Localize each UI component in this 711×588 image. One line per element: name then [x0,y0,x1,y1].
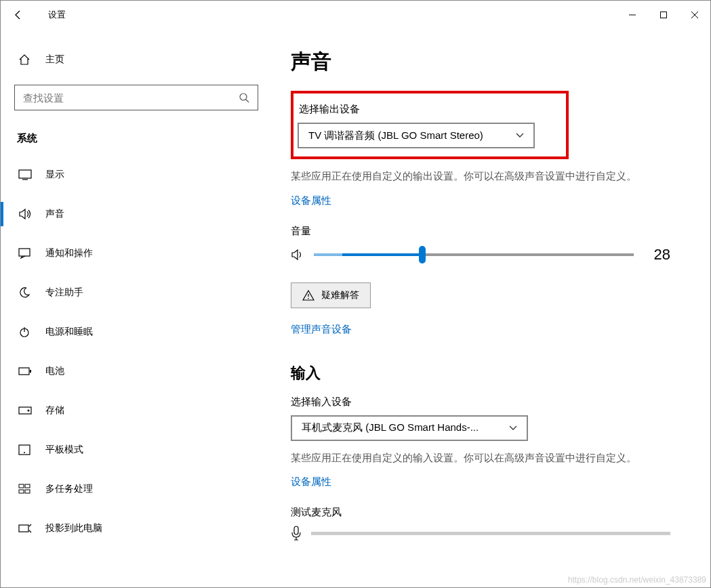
warning-icon [302,290,314,301]
volume-label: 音量 [291,225,691,238]
sidebar-item-label: 声音 [45,208,64,220]
sidebar-item-label: 电池 [45,365,64,377]
sidebar-item-label: 电源和睡眠 [45,326,93,338]
power-icon [18,326,33,338]
mic-test-row [291,526,670,541]
mic-icon [291,526,302,541]
window-title: 设置 [48,9,66,21]
sidebar-item-label: 存储 [45,404,64,417]
sidebar-item-label: 通知和操作 [45,247,93,259]
sound-icon [18,209,33,219]
minimize-button[interactable] [617,1,648,29]
sidebar-item-storage[interactable]: 存储 [14,393,258,428]
volume-row: 28 [291,246,670,264]
output-desc: 某些应用正在使用自定义的输出设置。你可以在高级声音设置中进行自定义。 [291,167,670,185]
sidebar-item-label: 专注助手 [45,287,83,299]
search-icon [239,92,249,103]
sidebar: 主页 系统 显示 声音 通知和操作 专注助手 电源和睡眠 [1,29,272,587]
manage-devices-link[interactable]: 管理声音设备 [291,323,352,336]
output-highlight-box: 选择输出设备 TV 调谐器音频 (JBL GO Smart Stereo) [291,91,569,159]
sidebar-item-multitask[interactable]: 多任务处理 [14,471,258,507]
sidebar-item-display[interactable]: 显示 [14,157,258,192]
display-icon [18,169,33,180]
svg-rect-10 [30,370,31,373]
svg-rect-6 [19,249,30,256]
output-section-label: 选择输出设备 [295,103,559,116]
search-input[interactable] [23,92,239,104]
sidebar-item-project[interactable]: 投影到此电脑 [14,511,258,546]
svg-rect-17 [19,490,24,493]
output-device-props-link[interactable]: 设备属性 [291,194,331,207]
sidebar-item-power[interactable]: 电源和睡眠 [14,314,258,350]
notify-icon [18,248,33,259]
svg-rect-18 [25,490,30,493]
home-icon [18,54,33,66]
svg-rect-16 [25,484,30,488]
search-box[interactable] [14,85,258,110]
close-button[interactable] [679,1,710,29]
svg-rect-1 [661,12,667,18]
chevron-down-icon [516,133,524,138]
svg-point-12 [28,410,30,412]
sidebar-item-tablet[interactable]: 平板模式 [14,432,258,467]
svg-rect-15 [19,484,24,488]
home-link[interactable]: 主页 [14,45,258,74]
svg-point-14 [24,452,25,453]
input-section-label: 选择输入设备 [291,396,691,408]
window-controls [617,1,710,29]
output-device-dropdown[interactable]: TV 调谐器音频 (JBL GO Smart Stereo) [298,123,535,148]
volume-value: 28 [643,246,670,264]
svg-line-3 [246,100,249,102]
sidebar-item-focus[interactable]: 专注助手 [14,275,258,310]
troubleshoot-label: 疑难解答 [321,289,359,301]
mic-level-bar [311,532,670,535]
input-desc: 某些应用正在使用自定义的输入设置。你可以在高级声音设置中进行自定义。 [291,449,670,467]
sidebar-item-notifications[interactable]: 通知和操作 [14,236,258,271]
svg-rect-9 [19,368,29,375]
svg-rect-4 [19,170,31,178]
watermark: https://blog.csdn.net/weixin_43873389 [568,575,706,585]
sidebar-item-label: 平板模式 [45,444,83,456]
svg-point-21 [308,297,309,299]
svg-rect-19 [19,525,28,532]
sidebar-item-sound[interactable]: 声音 [14,196,258,232]
troubleshoot-button[interactable]: 疑难解答 [291,282,371,308]
volume-icon[interactable] [291,249,304,261]
input-heading: 输入 [291,363,691,383]
input-device-props-link[interactable]: 设备属性 [291,476,331,488]
multitask-icon [18,484,33,495]
sidebar-item-label: 多任务处理 [45,483,93,495]
tablet-icon [18,444,33,455]
back-arrow-icon[interactable] [13,9,33,20]
sidebar-group-header: 系统 [14,132,258,145]
svg-rect-22 [294,526,298,534]
sidebar-item-label: 显示 [45,169,64,181]
output-device-value: TV 调谐器音频 (JBL GO Smart Stereo) [308,129,516,142]
page-title: 声音 [291,48,691,76]
focus-icon [18,287,33,299]
sidebar-item-battery[interactable]: 电池 [14,354,258,389]
input-device-dropdown[interactable]: 耳机式麦克风 (JBL GO Smart Hands-... [291,415,528,441]
home-label: 主页 [45,54,64,66]
chevron-down-icon [509,425,517,431]
input-device-value: 耳机式麦克风 (JBL GO Smart Hands-... [302,421,509,434]
volume-slider[interactable] [314,253,634,256]
maximize-button[interactable] [648,1,679,29]
test-mic-label: 测试麦克风 [291,506,691,519]
titlebar: 设置 [1,1,710,29]
main-content: 声音 选择输出设备 TV 调谐器音频 (JBL GO Smart Stereo)… [272,29,710,587]
storage-icon [18,406,33,415]
sidebar-item-label: 投影到此电脑 [45,522,102,534]
battery-icon [18,367,33,375]
project-icon [18,523,33,534]
svg-point-2 [240,93,247,100]
